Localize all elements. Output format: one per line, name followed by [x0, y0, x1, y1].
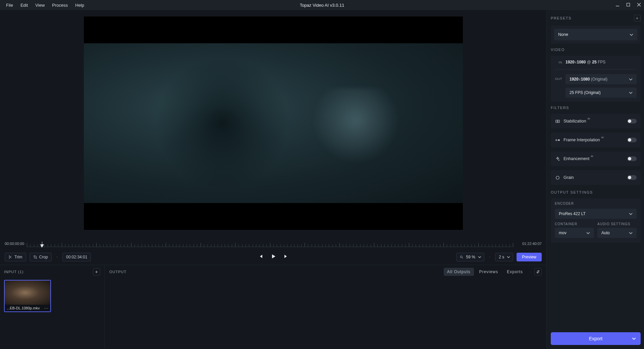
- frame-interpolation-icon: [555, 137, 560, 143]
- step-forward-button[interactable]: [283, 254, 289, 260]
- timeline[interactable]: 00:00:00:00 01:22:40:07: [0, 236, 546, 249]
- preset-select[interactable]: None: [554, 29, 637, 40]
- stabilization-toggle[interactable]: [627, 119, 637, 123]
- add-input-button[interactable]: +: [93, 268, 100, 276]
- thumbnail-more-icon[interactable]: ···: [44, 306, 48, 310]
- svg-point-12: [556, 176, 559, 179]
- output-panel: OUTPUT All Outputs Previews Exports ·: [105, 265, 546, 349]
- chevron-down-icon: [478, 255, 481, 259]
- audio-label: AUDIO SETTINGS: [597, 222, 637, 226]
- audio-select[interactable]: Auto: [597, 228, 637, 238]
- presets-label-text: PRESETS: [551, 16, 572, 20]
- export-label: Export: [589, 336, 602, 341]
- crop-button[interactable]: Crop: [30, 253, 52, 261]
- zoom-select[interactable]: 59 %: [456, 253, 484, 261]
- output-resolution-select[interactable]: 1920x1080 (Original): [566, 74, 637, 84]
- chevron-down-icon: [586, 231, 590, 235]
- stabilization-label: Stabilization: [564, 119, 586, 123]
- ai-badge: AI: [591, 155, 593, 158]
- container-select[interactable]: mov: [555, 228, 594, 238]
- add-preset-button[interactable]: +: [634, 15, 641, 21]
- menu-help[interactable]: Help: [72, 1, 88, 9]
- playback-controls: [258, 254, 289, 260]
- chevron-down-icon: [629, 91, 633, 95]
- window-maximize-button[interactable]: [626, 2, 631, 8]
- tab-all-outputs[interactable]: All Outputs: [444, 268, 474, 276]
- app-title: Topaz Video AI v3.0.11: [300, 3, 344, 8]
- chevron-down-icon: [507, 255, 510, 259]
- menu-process[interactable]: Process: [49, 1, 71, 9]
- svg-point-11: [558, 139, 559, 141]
- enhancement-icon: [555, 156, 560, 161]
- chevron-down-icon: [629, 78, 633, 81]
- filter-enhancement[interactable]: Enhancement AI: [551, 151, 641, 166]
- timeline-ruler[interactable]: [27, 242, 513, 247]
- chevron-down-icon: [629, 231, 633, 235]
- timeline-start-tc: 00:00:00:00: [5, 242, 24, 246]
- menu-file[interactable]: File: [3, 1, 16, 9]
- separator-dot: ·: [488, 254, 492, 260]
- out-tag: OUT: [555, 77, 562, 81]
- frame-interpolation-toggle[interactable]: [627, 138, 637, 142]
- step-back-button[interactable]: [258, 254, 263, 260]
- video-content: [84, 43, 463, 203]
- sort-icon: [536, 270, 540, 274]
- in-tag: IN: [555, 60, 562, 64]
- encoder-select[interactable]: ProRes 422 LT: [555, 209, 637, 219]
- trim-label: Trim: [14, 255, 22, 259]
- magnifier-icon: [460, 255, 463, 259]
- export-button[interactable]: Export: [551, 332, 641, 345]
- main-menu: File Edit View Process Help: [3, 1, 88, 9]
- chevron-down-icon: [630, 33, 633, 37]
- window-close-button[interactable]: [637, 2, 641, 8]
- container-label: CONTAINER: [555, 222, 594, 226]
- sort-outputs-button[interactable]: [534, 268, 542, 276]
- grain-label: Grain: [564, 175, 574, 180]
- output-fps-select[interactable]: 25 FPS (Original): [566, 88, 637, 98]
- svg-point-10: [555, 139, 557, 141]
- crop-label: Crop: [39, 255, 48, 259]
- scissors-icon: [8, 255, 12, 259]
- preview-button[interactable]: Preview: [517, 253, 542, 261]
- window-minimize-button[interactable]: [615, 2, 620, 8]
- separator-dot: ·: [55, 254, 59, 260]
- filter-stabilization[interactable]: Stabilization AI: [551, 114, 641, 129]
- input-header: INPUT (1): [4, 270, 23, 274]
- input-resolution-row: IN 1920x1080 @ 25 FPS: [555, 60, 637, 64]
- settings-sidebar: PRESETS + None VIDEO IN 1920x1080 @ 25 F…: [547, 10, 644, 349]
- tab-previews[interactable]: Previews: [476, 268, 502, 276]
- svg-line-7: [462, 257, 463, 258]
- titlebar: File Edit View Process Help Topaz Video …: [0, 0, 644, 10]
- input-thumbnail[interactable]: ...EB-DL.1080p.mkv ···: [4, 280, 51, 312]
- presets-section-label: PRESETS +: [551, 15, 641, 21]
- preview-length-select[interactable]: 2 s: [495, 253, 513, 261]
- play-button[interactable]: [271, 254, 276, 260]
- timeline-end-tc: 01:22:40:07: [522, 242, 542, 246]
- output-header: OUTPUT: [109, 270, 126, 274]
- current-timecode[interactable]: 00:02:34:01: [62, 253, 91, 261]
- enhancement-toggle[interactable]: [627, 156, 637, 161]
- ai-badge: AI: [587, 117, 590, 120]
- menu-view[interactable]: View: [32, 1, 48, 9]
- grain-toggle[interactable]: [627, 175, 637, 180]
- menu-edit[interactable]: Edit: [17, 1, 31, 9]
- input-panel: INPUT (1) + ...EB-DL.1080p.mkv ···: [0, 265, 105, 349]
- bottom-panels: INPUT (1) + ...EB-DL.1080p.mkv ··· OUTPU…: [0, 265, 546, 349]
- ai-badge: AI: [601, 136, 604, 139]
- preset-value: None: [558, 32, 568, 37]
- in-width: 1920: [566, 60, 575, 64]
- frame-interpolation-label: Frame Interpolation: [564, 138, 600, 142]
- filters-label-text: FILTERS: [551, 106, 569, 110]
- video-label-text: VIDEO: [551, 48, 565, 52]
- output-settings-label-text: OUTPUT SETTINGS: [551, 190, 593, 194]
- video-section-label: VIDEO: [551, 48, 641, 52]
- video-frame[interactable]: [84, 16, 463, 230]
- svg-rect-1: [627, 3, 630, 6]
- filter-grain[interactable]: Grain: [551, 170, 641, 185]
- filter-frame-interpolation[interactable]: Frame Interpolation AI: [551, 133, 641, 147]
- tab-exports[interactable]: Exports: [503, 268, 526, 276]
- trim-button[interactable]: Trim: [5, 253, 26, 261]
- current-timecode-value: 00:02:34:01: [66, 255, 87, 259]
- svg-rect-8: [555, 120, 559, 122]
- container-value: mov: [559, 231, 567, 235]
